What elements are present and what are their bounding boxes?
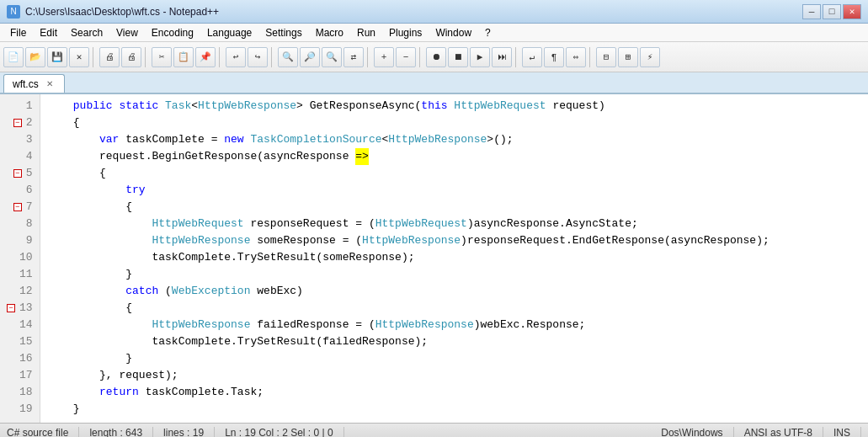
redo-button[interactable]: ↪ xyxy=(248,47,268,67)
line-numbers: 1−234−56−789101112−13141516171819 xyxy=(0,94,40,423)
tab-close-button[interactable]: ✕ xyxy=(44,78,56,90)
line-number-19: 19 xyxy=(7,401,33,418)
toolbar-separator-8 xyxy=(589,47,593,67)
tab-bar: wft.cs ✕ xyxy=(0,72,868,94)
run-button[interactable]: ⚡ xyxy=(640,47,660,67)
menu-item-encoding[interactable]: Encoding xyxy=(145,25,200,40)
menu-item-run[interactable]: Run xyxy=(350,25,382,40)
code-content[interactable]: public static Task<HttpWebResponse> GetR… xyxy=(40,94,868,423)
toolbar-separator-4 xyxy=(271,47,274,67)
code-line-10: taskComplete.TrySetResult(someResponse); xyxy=(47,249,861,266)
line-number-11: 11 xyxy=(7,266,33,283)
collapse-icon-5[interactable]: − xyxy=(13,169,22,178)
show-all-button[interactable]: ¶ xyxy=(544,47,564,67)
record-macro-button[interactable]: ⏺ xyxy=(426,47,446,67)
find-button[interactable]: 🔍 xyxy=(278,47,298,67)
close-file-button[interactable]: ✕ xyxy=(69,47,89,67)
maximize-button[interactable]: □ xyxy=(823,4,841,19)
find-next-button[interactable]: 🔎 xyxy=(300,47,320,67)
menu-item-settings[interactable]: Settings xyxy=(258,25,308,40)
line-number-1: 1 xyxy=(7,98,33,115)
code-line-12: catch (WebException webExc) xyxy=(47,283,861,300)
print-now-button[interactable]: 🖨 xyxy=(121,47,141,67)
toolbar-separator-7 xyxy=(515,47,519,67)
line-number-16: 16 xyxy=(7,350,33,367)
print-button[interactable]: 🖨 xyxy=(99,47,120,67)
code-line-6: try xyxy=(47,182,861,199)
line-number-17: 17 xyxy=(7,367,33,384)
code-line-5: { xyxy=(47,165,861,182)
code-line-3: var taskComplete = new TaskCompletionSou… xyxy=(47,131,861,148)
menu-item-edit[interactable]: Edit xyxy=(33,25,64,40)
position-status: Ln : 19 Col : 2 Sel : 0 | 0 xyxy=(215,427,344,438)
code-line-18: return taskComplete.Task; xyxy=(47,384,861,401)
undo-button[interactable]: ↩ xyxy=(226,47,246,67)
menu-item-window[interactable]: Window xyxy=(429,25,478,40)
status-bar: C# source file length : 643 lines : 19 L… xyxy=(0,423,868,437)
code-line-15: taskComplete.TrySetResult(failedResponse… xyxy=(47,333,861,350)
menu-item-file[interactable]: File xyxy=(3,25,33,40)
menu-item-view[interactable]: View xyxy=(109,25,145,40)
line-number-13: −13 xyxy=(7,300,33,317)
collapse-icon-13[interactable]: − xyxy=(7,304,15,312)
toolbar-separator-2 xyxy=(145,47,148,67)
cut-button[interactable]: ✂ xyxy=(152,47,172,67)
zoom-out-button[interactable]: − xyxy=(396,47,416,67)
tab-label: wft.cs xyxy=(13,78,39,90)
toolbar: 📄 📂 💾 ✕ 🖨 🖨 ✂ 📋 📌 ↩ ↪ 🔍 🔎 🔍 ⇄ + − ⏺ ⏹ ▶ … xyxy=(0,42,868,72)
line-number-4: 4 xyxy=(7,148,33,165)
file-type-status: C# source file xyxy=(7,427,79,438)
line-number-5: −5 xyxy=(7,165,33,182)
title-text: N C:\Users\Isaac\Desktop\wft.cs - Notepa… xyxy=(7,5,219,19)
code-line-8: HttpWebRequest responseRequest = (HttpWe… xyxy=(47,216,861,232)
collapse-icon-2[interactable]: − xyxy=(13,119,22,127)
code-line-13: { xyxy=(47,300,861,317)
new-button[interactable]: 📄 xyxy=(3,47,24,67)
window-title: C:\Users\Isaac\Desktop\wft.cs - Notepad+… xyxy=(25,6,219,18)
toolbar-separator-6 xyxy=(419,47,423,67)
encoding-status: ANSI as UTF-8 xyxy=(734,427,823,438)
code-line-2: { xyxy=(47,115,861,131)
lines-status: lines : 19 xyxy=(153,427,215,438)
save-button[interactable]: 💾 xyxy=(47,47,67,67)
paste-button[interactable]: 📌 xyxy=(195,47,216,67)
window-controls: — □ ✕ xyxy=(802,4,861,19)
line-number-18: 18 xyxy=(7,384,33,401)
menu-item-macro[interactable]: Macro xyxy=(309,25,350,40)
code-area: 1−234−56−789101112−13141516171819 public… xyxy=(0,94,868,423)
code-line-1: public static Task<HttpWebResponse> GetR… xyxy=(47,98,861,115)
menu-item-?[interactable]: ? xyxy=(478,25,498,40)
minimize-button[interactable]: — xyxy=(802,4,821,19)
fold-all-button[interactable]: ⊟ xyxy=(596,47,616,67)
line-number-7: −7 xyxy=(7,199,33,216)
unfold-all-button[interactable]: ⊞ xyxy=(618,47,638,67)
find-prev-button[interactable]: 🔍 xyxy=(322,47,342,67)
title-bar: N C:\Users\Isaac\Desktop\wft.cs - Notepa… xyxy=(0,0,868,24)
toolbar-separator-3 xyxy=(219,47,222,67)
run-macro-button[interactable]: ⏭ xyxy=(492,47,512,67)
menu-item-search[interactable]: Search xyxy=(64,25,109,40)
code-line-11: } xyxy=(47,266,861,283)
line-number-2: −2 xyxy=(7,115,33,131)
word-wrap-button[interactable]: ↵ xyxy=(522,47,542,67)
line-number-12: 12 xyxy=(7,283,33,300)
collapse-icon-7[interactable]: − xyxy=(13,203,22,211)
play-macro-button[interactable]: ▶ xyxy=(470,47,490,67)
code-line-16: } xyxy=(47,350,861,367)
copy-button[interactable]: 📋 xyxy=(173,47,194,67)
close-button[interactable]: ✕ xyxy=(843,4,861,19)
zoom-in-button[interactable]: + xyxy=(374,47,394,67)
stop-recording-button[interactable]: ⏹ xyxy=(448,47,468,67)
code-line-4: request.BeginGetResponse(asyncResponse =… xyxy=(47,148,861,165)
line-ending-status: Dos\Windows xyxy=(651,427,733,438)
open-button[interactable]: 📂 xyxy=(25,47,45,67)
code-line-9: HttpWebResponse someResponse = (HttpWebR… xyxy=(47,232,861,249)
toolbar-separator-5 xyxy=(367,47,370,67)
menu-item-language[interactable]: Language xyxy=(200,25,258,40)
line-number-15: 15 xyxy=(7,333,33,350)
sync-scroll-button[interactable]: ⇔ xyxy=(566,47,586,67)
replace-button[interactable]: ⇄ xyxy=(343,47,364,67)
tab-wft-cs[interactable]: wft.cs ✕ xyxy=(3,74,65,93)
menu-item-plugins[interactable]: Plugins xyxy=(382,25,429,40)
line-number-8: 8 xyxy=(7,216,33,232)
